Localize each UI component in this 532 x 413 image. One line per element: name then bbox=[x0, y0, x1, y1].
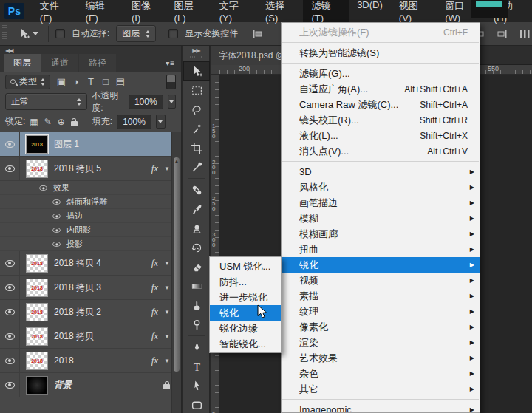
type-tool[interactable]: T bbox=[183, 357, 210, 376]
crop-tool[interactable] bbox=[183, 138, 210, 157]
layer-effect-row[interactable]: 描边 bbox=[0, 209, 181, 223]
layer-thumbnail[interactable]: 2018 bbox=[26, 254, 48, 273]
layer-name[interactable]: 2018 bbox=[54, 355, 74, 366]
auto-select-target-dropdown[interactable]: 图层 bbox=[116, 25, 156, 42]
brush-tool[interactable] bbox=[183, 199, 210, 219]
clone-stamp-tool[interactable] bbox=[183, 219, 210, 238]
menu-item[interactable]: 上次滤镜操作(F)Ctrl+F bbox=[282, 24, 480, 40]
eye-icon[interactable] bbox=[52, 227, 60, 232]
visibility-cell[interactable] bbox=[0, 324, 20, 348]
expand-toolbar-icon[interactable]: ▶▶ bbox=[183, 46, 209, 55]
effects-collapse-icon[interactable]: ▼ bbox=[164, 333, 170, 340]
menu-item[interactable]: 模糊画廊▶ bbox=[282, 226, 480, 242]
scrollbar-thumb[interactable] bbox=[174, 157, 180, 372]
layer-row[interactable]: 20182018 拷贝 2fx▼ bbox=[0, 300, 181, 324]
menu-item[interactable]: 纹理▶ bbox=[282, 304, 480, 319]
menu-编辑(E)[interactable]: 编辑(E) bbox=[78, 0, 123, 27]
history-brush-tool[interactable] bbox=[183, 238, 210, 257]
eye-icon[interactable] bbox=[5, 333, 15, 340]
layer-name[interactable]: 2018 拷贝 3 bbox=[54, 281, 101, 294]
menu-item[interactable]: 锐化▶ bbox=[282, 257, 480, 273]
lock-all-icon[interactable] bbox=[71, 121, 78, 126]
panel-tab-路径[interactable]: 路径 bbox=[79, 54, 116, 72]
layer-effect-row[interactable]: 效果 bbox=[0, 181, 181, 195]
layer-row[interactable]: 2018图层 1 bbox=[0, 132, 181, 157]
eyedropper-tool[interactable] bbox=[183, 157, 210, 177]
effects-collapse-icon[interactable]: ▼ bbox=[164, 358, 170, 364]
menu-item[interactable]: 3D▶ bbox=[282, 164, 480, 180]
effects-collapse-icon[interactable]: ▼ bbox=[164, 284, 170, 291]
panel-tab-图层[interactable]: 图层 bbox=[4, 54, 41, 72]
opacity-caret[interactable] bbox=[168, 95, 176, 109]
visibility-cell[interactable] bbox=[0, 251, 20, 275]
visibility-cell[interactable] bbox=[0, 157, 20, 180]
menu-图层(L)[interactable]: 图层(L) bbox=[166, 0, 211, 27]
menu-item[interactable]: 滤镜库(G)... bbox=[282, 66, 480, 81]
adjustment-layer-filter-icon[interactable]: ◑ bbox=[69, 76, 83, 87]
align-right-icon[interactable] bbox=[497, 29, 508, 39]
menu-item[interactable]: 杂色▶ bbox=[282, 366, 480, 381]
layer-row[interactable]: 20182018fx▼ bbox=[0, 349, 181, 373]
layer-thumbnail[interactable]: 2018 bbox=[26, 160, 48, 178]
smart-object-filter-icon[interactable]: ▤ bbox=[114, 76, 127, 87]
menu-item[interactable]: 渲染▶ bbox=[282, 335, 480, 350]
shape-layer-filter-icon[interactable]: □ bbox=[99, 76, 112, 87]
layer-thumbnail[interactable]: 2018 bbox=[26, 135, 48, 154]
menu-文字(Y)[interactable]: 文字(Y) bbox=[211, 0, 257, 27]
menu-item[interactable]: 转换为智能滤镜(S) bbox=[282, 45, 480, 61]
lock-pixels-icon[interactable]: ✎ bbox=[44, 117, 52, 127]
path-selection-tool[interactable] bbox=[183, 376, 210, 395]
eye-icon[interactable] bbox=[5, 165, 15, 172]
menu-item[interactable]: 艺术效果▶ bbox=[282, 350, 480, 366]
eye-icon[interactable] bbox=[52, 199, 60, 204]
layer-name[interactable]: 图层 1 bbox=[54, 138, 79, 151]
eye-icon[interactable] bbox=[5, 284, 15, 291]
lasso-tool[interactable] bbox=[183, 100, 210, 119]
layer-thumbnail[interactable] bbox=[26, 376, 48, 395]
menu-item[interactable]: 消失点(V)...Alt+Ctrl+V bbox=[282, 143, 480, 159]
layer-row[interactable]: 20182018 拷贝fx▼ bbox=[0, 324, 181, 349]
auto-select-checkbox[interactable] bbox=[55, 29, 65, 38]
eye-icon[interactable] bbox=[5, 358, 15, 364]
eraser-tool[interactable] bbox=[183, 257, 210, 276]
eye-icon[interactable] bbox=[5, 260, 15, 267]
visibility-cell[interactable] bbox=[0, 349, 20, 372]
document-tab[interactable]: 字体2018.psd @ bbox=[211, 46, 284, 65]
fill-caret[interactable] bbox=[156, 115, 166, 129]
tool-preset-caret-icon[interactable] bbox=[33, 32, 38, 35]
menu-item[interactable]: 画笔描边▶ bbox=[282, 195, 480, 211]
visibility-cell[interactable] bbox=[0, 132, 20, 156]
menu-item[interactable]: 自适应广角(A)...Alt+Shift+Ctrl+A bbox=[282, 81, 480, 97]
opacity-value[interactable]: 100% bbox=[129, 95, 163, 109]
layer-effect-row[interactable]: 内阴影 bbox=[0, 223, 181, 237]
menu-item[interactable]: 视频▶ bbox=[282, 273, 480, 288]
menu-item[interactable]: 扭曲▶ bbox=[282, 242, 480, 257]
layer-filter-type-dropdown[interactable]: 类型 bbox=[5, 75, 50, 89]
eye-icon[interactable] bbox=[39, 185, 47, 190]
layer-effect-row[interactable]: 投影 bbox=[0, 237, 181, 251]
menu-item[interactable]: 其它▶ bbox=[282, 381, 480, 397]
menu-item[interactable]: USM 锐化... bbox=[210, 259, 281, 274]
layer-row[interactable]: 背景 bbox=[0, 373, 181, 397]
layer-thumbnail[interactable]: 2018 bbox=[26, 303, 48, 321]
menu-item[interactable]: 素描▶ bbox=[282, 288, 480, 304]
layers-scrollbar[interactable]: ▲ bbox=[171, 132, 181, 413]
align-left-icon[interactable] bbox=[252, 29, 263, 39]
shape-tool[interactable] bbox=[183, 395, 210, 413]
menu-item[interactable]: 锐化 bbox=[210, 305, 281, 321]
effects-collapse-icon[interactable]: ▼ bbox=[164, 309, 170, 315]
layer-thumbnail[interactable]: 2018 bbox=[26, 327, 48, 346]
lock-position-icon[interactable]: ⊕ bbox=[58, 117, 65, 127]
eye-icon[interactable] bbox=[52, 241, 60, 246]
menu-item[interactable]: 模糊▶ bbox=[282, 211, 480, 226]
current-tool-badge[interactable] bbox=[16, 27, 41, 41]
smudge-tool[interactable] bbox=[183, 296, 210, 315]
blend-mode-dropdown[interactable]: 正常 bbox=[5, 93, 87, 110]
effects-collapse-icon[interactable]: ▼ bbox=[164, 165, 170, 172]
menu-图像(I)[interactable]: 图像(I) bbox=[123, 0, 166, 27]
fill-value[interactable]: 100% bbox=[117, 115, 151, 129]
distribute-icon[interactable] bbox=[519, 29, 531, 39]
panel-menu-icon[interactable]: ▾≡ bbox=[166, 59, 175, 67]
collapse-panel-icon[interactable]: ◀◀ bbox=[5, 47, 13, 54]
visibility-cell[interactable] bbox=[0, 300, 20, 324]
